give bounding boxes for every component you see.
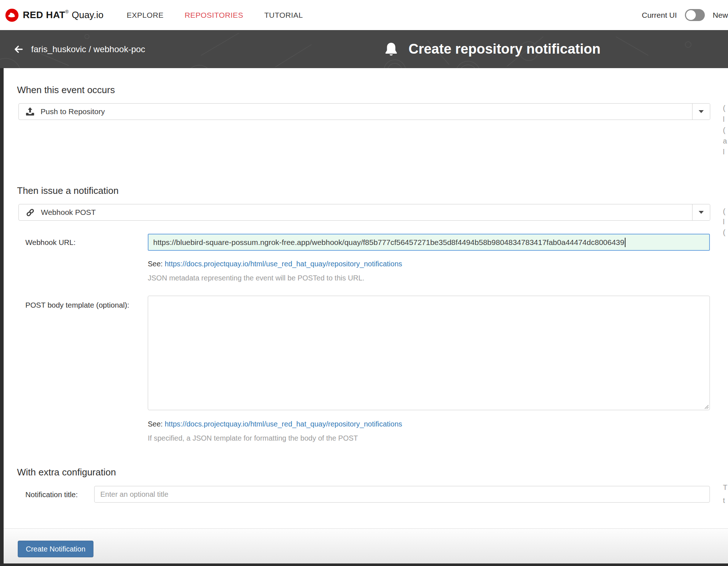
method-select[interactable]: Webhook POST	[18, 204, 710, 221]
toggle-knob	[686, 10, 696, 20]
event-select-value: Push to Repository	[41, 107, 105, 116]
post-body-docs-link[interactable]: https://docs.projectquay.io/html/use_red…	[165, 420, 402, 428]
webhook-url-help: JSON metadata representing the event wil…	[148, 274, 710, 283]
clipped-help-text: l	[723, 148, 724, 156]
text-cursor	[625, 238, 626, 247]
clipped-help-text: (	[723, 104, 725, 112]
ui-version-switch: Current UI New	[642, 0, 728, 30]
nav-link-tutorial[interactable]: TUTORIAL	[264, 11, 303, 20]
caret-down-icon	[699, 211, 704, 214]
extra-section-heading: With extra configuration	[17, 467, 728, 478]
clipped-help-text: (	[723, 207, 725, 216]
create-notification-button[interactable]: Create Notification	[18, 541, 93, 557]
breadcrumb[interactable]: faris_huskovic / webhook-poc	[31, 44, 145, 54]
clipped-help-text: l	[723, 218, 724, 226]
page-header: faris_huskovic / webhook-poc Create repo…	[0, 30, 728, 68]
brand-logo[interactable]: RED HAT®Quay.io	[5, 8, 104, 22]
event-select[interactable]: Push to Repository	[18, 103, 710, 120]
current-ui-label: Current UI	[642, 11, 677, 20]
post-body-label: POST body template (optional):	[17, 296, 148, 443]
create-notification-panel: When this event occurs Push to Repositor…	[4, 68, 728, 563]
bell-icon	[383, 41, 399, 58]
post-body-help: If specified, a JSON template for format…	[148, 434, 710, 443]
link-icon	[25, 208, 35, 217]
redhat-logo-icon	[5, 8, 19, 22]
webhook-docs-link[interactable]: https://docs.projectquay.io/html/use_red…	[165, 260, 402, 268]
notification-title-input[interactable]	[94, 486, 710, 503]
ui-toggle[interactable]	[685, 9, 705, 21]
see-label: See:	[148, 260, 163, 268]
clipped-help-text: l	[723, 115, 724, 124]
primary-nav: EXPLORE REPOSITORIES TUTORIAL	[127, 11, 303, 20]
post-body-textarea[interactable]	[148, 296, 710, 410]
upload-icon	[25, 107, 35, 116]
clipped-help-text: (	[723, 126, 725, 134]
method-select-caret-button[interactable]	[692, 204, 710, 220]
page-title: Create repository notification	[409, 41, 601, 57]
nav-link-explore[interactable]: EXPLORE	[127, 11, 164, 20]
nav-link-repositories[interactable]: REPOSITORIES	[185, 11, 243, 20]
brand-text: RED HAT®Quay.io	[23, 9, 104, 21]
panel-footer: Create Notification	[4, 528, 728, 563]
method-select-value: Webhook POST	[41, 208, 96, 217]
webhook-url-value: https://bluebird-square-possum.ngrok-fre…	[153, 238, 624, 247]
event-section-heading: When this event occurs	[17, 84, 728, 96]
clipped-help-text: t	[723, 496, 725, 505]
backdrop-bottom-edge	[0, 563, 728, 566]
method-section-heading: Then issue a notification	[17, 185, 728, 196]
webhook-url-label: Webhook URL:	[17, 234, 148, 283]
top-navbar: RED HAT®Quay.io EXPLORE REPOSITORIES TUT…	[0, 0, 728, 30]
notification-title-label: Notification title:	[17, 486, 94, 503]
clipped-help-text: a	[723, 137, 727, 145]
back-arrow-icon[interactable]	[13, 44, 24, 55]
clipped-help-text: (	[723, 228, 725, 237]
resize-handle-icon[interactable]	[704, 404, 709, 409]
see-label: See:	[148, 420, 163, 428]
caret-down-icon	[699, 110, 704, 113]
backdrop-left-edge	[0, 68, 4, 566]
new-ui-label: New	[713, 11, 728, 20]
event-select-caret-button[interactable]	[692, 104, 710, 120]
clipped-help-text: T	[723, 483, 727, 492]
webhook-url-input[interactable]: https://bluebird-square-possum.ngrok-fre…	[148, 234, 710, 251]
